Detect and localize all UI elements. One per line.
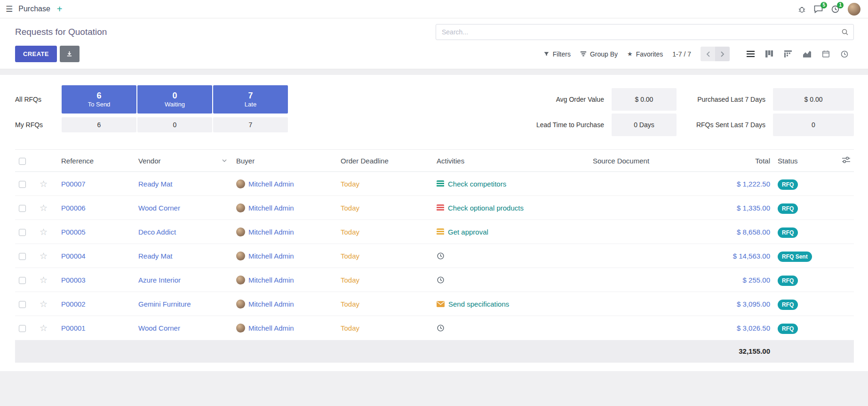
select-all-checkbox[interactable] xyxy=(19,158,26,165)
activity-label[interactable]: Check competitors xyxy=(448,180,506,188)
bug-icon[interactable] xyxy=(798,5,805,13)
column-header-vendor[interactable]: Vendor xyxy=(135,150,232,172)
buyer-link[interactable]: Mitchell Admin xyxy=(248,228,294,236)
column-header-source-document[interactable]: Source Document xyxy=(589,150,702,172)
favorite-star-icon[interactable]: ☆ xyxy=(40,323,48,333)
activity-envelope-icon[interactable] xyxy=(437,301,445,307)
buyer-link[interactable]: Mitchell Admin xyxy=(248,180,294,188)
pager-next-button[interactable] xyxy=(715,47,730,61)
table-row[interactable]: ☆ P00006 Wood Corner Mitchell Admin Toda… xyxy=(15,196,854,220)
buyer-link[interactable]: Mitchell Admin xyxy=(248,324,294,332)
activity-checklist-icon[interactable] xyxy=(437,180,444,187)
vendor-link[interactable]: Wood Corner xyxy=(138,204,180,212)
row-checkbox[interactable] xyxy=(19,229,26,236)
table-row[interactable]: ☆ P00003 Azure Interior Mitchell Admin T… xyxy=(15,268,854,292)
column-header-buyer[interactable]: Buyer xyxy=(232,150,337,172)
reference-link[interactable]: P00006 xyxy=(61,204,86,212)
late-count: 7 xyxy=(248,91,253,101)
favorite-star-icon[interactable]: ☆ xyxy=(40,275,48,285)
activity-checklist-icon[interactable] xyxy=(437,204,444,211)
activity-clock-icon[interactable] xyxy=(437,252,445,260)
buyer-link[interactable]: Mitchell Admin xyxy=(248,252,294,260)
star-column-header xyxy=(36,150,57,172)
search-bar[interactable] xyxy=(436,24,854,40)
favorite-star-icon[interactable]: ☆ xyxy=(40,251,48,261)
plus-icon[interactable]: + xyxy=(57,4,63,14)
favorite-star-icon[interactable]: ☆ xyxy=(40,203,48,213)
row-checkbox[interactable] xyxy=(19,325,26,332)
column-header-status[interactable]: Status xyxy=(774,150,828,172)
reference-link[interactable]: P00005 xyxy=(61,228,86,236)
vendor-link[interactable]: Azure Interior xyxy=(138,276,181,284)
column-header-reference[interactable]: Reference xyxy=(57,150,135,172)
row-checkbox[interactable] xyxy=(19,277,26,284)
my-to-send-tile[interactable]: 6 xyxy=(62,117,136,132)
pager-range: 1-7 / 7 xyxy=(672,50,691,58)
reference-link[interactable]: P00003 xyxy=(61,276,86,284)
pager-previous-button[interactable] xyxy=(701,47,715,61)
vendor-link[interactable]: Ready Mat xyxy=(138,180,173,188)
vendor-link[interactable]: Ready Mat xyxy=(138,252,173,260)
column-header-total[interactable]: Total xyxy=(702,150,774,172)
column-header-activities[interactable]: Activities xyxy=(433,150,589,172)
activity-clock-icon[interactable] xyxy=(437,324,445,332)
activity-label[interactable]: Get approval xyxy=(448,228,488,236)
buyer-link[interactable]: Mitchell Admin xyxy=(248,276,294,284)
my-late-tile[interactable]: 7 xyxy=(213,117,288,132)
source-document-cell xyxy=(589,172,702,196)
tile-to-send[interactable]: 6 To Send xyxy=(62,85,136,114)
pivot-view-button[interactable] xyxy=(779,47,797,61)
vendor-link[interactable]: Wood Corner xyxy=(138,324,180,332)
vendor-link[interactable]: Deco Addict xyxy=(138,228,176,236)
apps-menu-icon[interactable]: ☰ xyxy=(6,4,13,14)
row-checkbox[interactable] xyxy=(19,205,26,212)
messages-icon[interactable]: 5 xyxy=(814,5,823,13)
column-header-order-deadline[interactable]: Order Deadline xyxy=(337,150,433,172)
favorites-button[interactable]: ★ Favorites xyxy=(627,50,663,58)
tile-late[interactable]: 7 Late xyxy=(213,85,288,114)
buyer-link[interactable]: Mitchell Admin xyxy=(248,204,294,212)
view-switcher xyxy=(741,47,854,61)
list-view-button[interactable] xyxy=(741,47,760,61)
table-row[interactable]: ☆ P00004 Ready Mat Mitchell Admin Today … xyxy=(15,244,854,268)
favorite-star-icon[interactable]: ☆ xyxy=(40,179,48,189)
favorites-star-icon: ★ xyxy=(627,50,633,57)
reference-link[interactable]: P00007 xyxy=(61,180,86,188)
filters-button[interactable]: Filters xyxy=(543,50,571,58)
tile-waiting[interactable]: 0 Waiting xyxy=(137,85,212,114)
calendar-view-button[interactable] xyxy=(816,47,835,61)
activities-clock-icon[interactable]: 1 xyxy=(831,5,839,13)
activity-view-button[interactable] xyxy=(835,47,854,61)
activity-clock-icon[interactable] xyxy=(437,276,445,284)
table-row[interactable]: ☆ P00005 Deco Addict Mitchell Admin Toda… xyxy=(15,220,854,244)
search-input[interactable] xyxy=(441,28,841,36)
row-checkbox[interactable] xyxy=(19,253,26,260)
favorite-star-icon[interactable]: ☆ xyxy=(40,227,48,237)
export-button[interactable] xyxy=(60,46,80,62)
create-button[interactable]: CREATE xyxy=(15,46,57,62)
status-badge: RFQ xyxy=(778,324,798,334)
reference-link[interactable]: P00004 xyxy=(61,252,86,260)
row-checkbox[interactable] xyxy=(19,301,26,308)
vendor-link[interactable]: Gemini Furniture xyxy=(138,300,191,308)
activity-checklist-icon[interactable] xyxy=(437,228,444,235)
user-avatar[interactable] xyxy=(848,3,860,16)
row-checkbox[interactable] xyxy=(19,181,26,188)
kanban-view-button[interactable] xyxy=(760,47,779,61)
reference-link[interactable]: P00001 xyxy=(61,324,86,332)
table-row[interactable]: ☆ P00002 Gemini Furniture Mitchell Admin… xyxy=(15,292,854,316)
buyer-link[interactable]: Mitchell Admin xyxy=(248,300,294,308)
group-by-button[interactable]: Group By xyxy=(580,50,618,58)
table-row[interactable]: ☆ P00007 Ready Mat Mitchell Admin Today … xyxy=(15,172,854,196)
graph-view-button[interactable] xyxy=(797,47,816,61)
list-view-icon xyxy=(747,50,755,57)
activity-label[interactable]: Check optional products xyxy=(448,204,524,212)
my-waiting-tile[interactable]: 0 xyxy=(137,117,212,132)
group-by-icon xyxy=(580,51,587,57)
table-row[interactable]: ☆ P00001 Wood Corner Mitchell Admin Toda… xyxy=(15,316,854,340)
reference-link[interactable]: P00002 xyxy=(61,300,86,308)
activity-label[interactable]: Send specifications xyxy=(448,300,509,308)
optional-columns-icon[interactable] xyxy=(842,156,850,163)
favorite-star-icon[interactable]: ☆ xyxy=(40,299,48,309)
app-name[interactable]: Purchase xyxy=(18,5,50,13)
